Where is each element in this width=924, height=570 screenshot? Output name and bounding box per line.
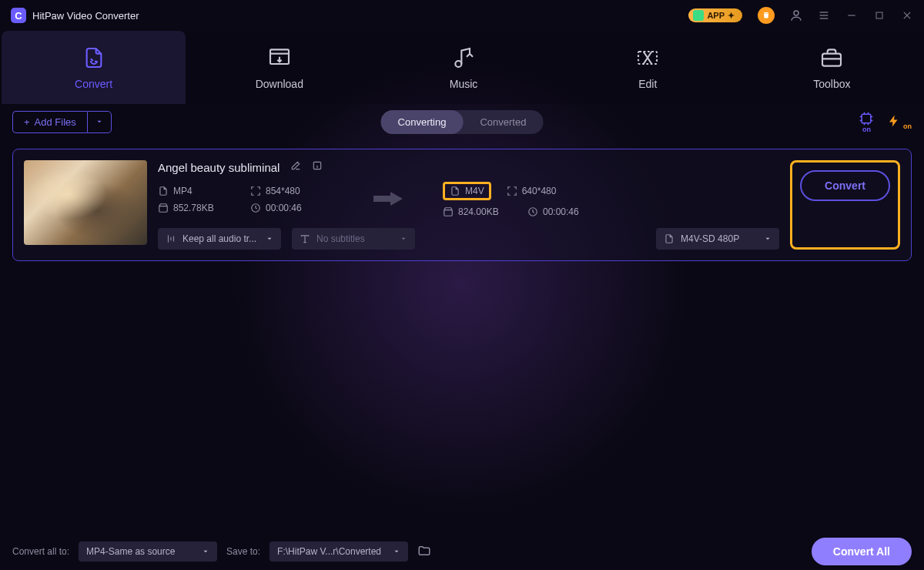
save-to-select[interactable]: F:\HitPaw V...r\Converted	[270, 542, 408, 562]
audio-track-select[interactable]: Keep all audio tr...	[158, 228, 281, 250]
convert-all-to-label: Convert all to:	[12, 546, 69, 557]
video-thumbnail[interactable]	[24, 160, 147, 245]
segment-converted[interactable]: Converted	[463, 110, 543, 134]
tab-edit[interactable]: Edit	[556, 31, 740, 104]
svg-rect-5	[876, 12, 882, 18]
chevron-down-icon	[400, 235, 407, 243]
tab-download[interactable]: Download	[187, 31, 371, 104]
maximize-button[interactable]	[873, 9, 886, 22]
source-duration: 00:00:46	[266, 203, 302, 213]
tab-toolbox[interactable]: Toolbox	[740, 31, 924, 104]
target-format-highlight: M4V	[443, 182, 491, 200]
target-resolution: 640*480	[522, 186, 557, 196]
source-size: 852.78KB	[173, 203, 214, 213]
close-button[interactable]	[901, 9, 913, 22]
svg-point-0	[794, 11, 798, 15]
app-promo-badge[interactable]: APP ✦	[688, 8, 742, 22]
convert-icon	[82, 45, 106, 70]
open-folder-button[interactable]	[417, 544, 431, 560]
menu-icon[interactable]	[818, 9, 830, 22]
chevron-down-icon	[764, 235, 772, 243]
store-button[interactable]	[758, 7, 775, 24]
app-title: HitPaw Video Converter	[32, 10, 139, 22]
music-icon	[451, 45, 476, 70]
sparkle-icon: ✦	[728, 11, 735, 21]
minimize-button[interactable]	[845, 9, 858, 22]
plus-icon: +	[24, 116, 30, 128]
svg-rect-13	[862, 114, 872, 123]
rename-icon[interactable]	[290, 160, 301, 174]
target-format: M4V	[465, 186, 484, 196]
add-files-button[interactable]: + Add Files	[12, 111, 87, 133]
chevron-down-icon	[393, 548, 400, 555]
convert-all-button[interactable]: Convert All	[812, 538, 912, 565]
account-icon[interactable]	[790, 9, 802, 22]
download-icon	[267, 45, 292, 70]
edit-icon	[635, 45, 660, 70]
fast-mode-toggle[interactable]: on	[887, 113, 912, 130]
target-duration: 00:00:46	[543, 206, 579, 217]
toolbox-icon	[819, 45, 844, 70]
svg-point-10	[455, 61, 461, 67]
target-size: 824.00KB	[458, 206, 499, 217]
source-format: MP4	[173, 186, 192, 196]
tab-music[interactable]: Music	[371, 31, 555, 104]
source-resolution: 854*480	[266, 186, 300, 196]
chevron-down-icon	[266, 235, 273, 243]
convert-button-highlight: Convert	[790, 160, 900, 250]
output-format-select[interactable]: M4V-SD 480P	[656, 228, 779, 250]
app-logo: C	[11, 8, 26, 23]
segment-converting[interactable]: Converting	[381, 110, 464, 134]
chevron-down-icon	[202, 548, 209, 555]
android-icon	[693, 10, 704, 21]
tab-convert[interactable]: Convert	[2, 31, 186, 104]
subtitle-select[interactable]: No subtitles	[292, 228, 415, 250]
video-title: Angel beauty subliminal	[158, 161, 280, 174]
add-files-dropdown[interactable]	[87, 111, 112, 133]
convert-all-format-select[interactable]: MP4-Same as source	[79, 542, 217, 562]
hardware-accel-toggle[interactable]: on	[858, 111, 875, 133]
info-icon[interactable]	[312, 160, 323, 174]
arrow-icon	[373, 189, 404, 210]
file-card: Angel beauty subliminal MP4 854*480 852.…	[12, 149, 912, 261]
convert-button[interactable]: Convert	[800, 170, 890, 201]
save-to-label: Save to:	[226, 546, 260, 557]
svg-rect-12	[822, 53, 841, 65]
